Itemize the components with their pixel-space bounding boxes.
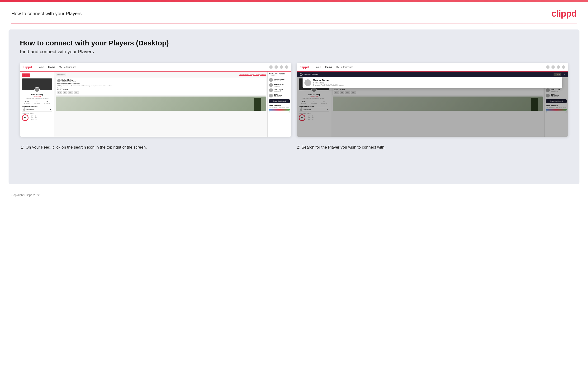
tag-putt: PUTT (74, 91, 79, 94)
profile-icon-2[interactable] (562, 65, 565, 69)
player-item-4: Eli Vincent Activities: 1 (269, 94, 290, 97)
page-title: How to connect with your Players (11, 11, 82, 16)
settings-icon[interactable] (280, 65, 283, 69)
page-header: How to connect with your Players clippd (0, 2, 588, 24)
nav-icons (269, 65, 288, 69)
user-icon[interactable] (274, 65, 278, 69)
close-icon[interactable]: ✕ (563, 73, 565, 76)
clear-button[interactable]: CLEAR (553, 73, 562, 76)
golfer-silhouette-2 (531, 98, 538, 111)
app-body-1: Feed Blair McHarg Golf Coach Mill Ride G… (20, 72, 291, 137)
profile-avatar (35, 87, 40, 92)
tpq-label: Total Player Quality (22, 112, 52, 114)
profile-info: Blair McHarg Golf Coach Mill Ride Golf C… (22, 94, 52, 99)
following-button[interactable]: Following (56, 73, 66, 76)
tag-app-2: APP (340, 91, 344, 94)
caption-1: 1) On your Feed, click on the search ico… (21, 144, 291, 150)
player-name-3: Hiral Pujara (274, 89, 283, 91)
period-label: Last 30 days (269, 75, 290, 77)
search-query-text: Marcus Turner (304, 73, 552, 76)
player-select-avatar-2 (300, 108, 302, 111)
nav-home-2[interactable]: Home (315, 66, 321, 68)
quality-score-2: 84 (299, 114, 305, 121)
dropdown-arrow: ▼ (50, 109, 51, 110)
page-footer: Copyright Clippd 2022 (0, 190, 588, 201)
tpq-label-2: Total Player Quality (299, 112, 329, 114)
nav-my-performance[interactable]: My Performance (59, 66, 76, 68)
tags-row-2: OTT APP ARG PUTT (334, 91, 542, 94)
app-logo-1: clippd (23, 65, 32, 69)
player-select-name: Eli Vincent (26, 109, 34, 110)
activity-avatar (57, 79, 61, 82)
activities-stat: 129 Activities (24, 100, 30, 104)
accent-bar (0, 0, 588, 2)
player-activities-1: Activities: 7 (274, 80, 285, 82)
profile-name-2: Blair McHarg (299, 94, 329, 96)
duration-val-2: 02 hr : 00 min (334, 89, 542, 91)
tag-putt-2: PUTT (351, 91, 356, 94)
nav-home[interactable]: Home (37, 66, 44, 68)
heatmap-period: Player Quality · 20 Round Trend (269, 107, 290, 108)
screenshots-row: clippd Home Teams My Performance (20, 63, 568, 137)
most-active-label: Most Active Players (269, 73, 290, 75)
player-activities-4: Activities: 1 (274, 96, 282, 97)
nav-my-performance-2[interactable]: My Performance (336, 66, 353, 68)
tag-ott-2: OTT (334, 91, 339, 94)
team-dashboard-button[interactable]: Team Dashboard (269, 99, 290, 103)
player-perf-label-2: Player Performance (299, 106, 329, 107)
app-mock-1: clippd Home Teams My Performance (20, 63, 291, 137)
player-select-avatar (23, 108, 26, 111)
activity-image-2 (333, 97, 543, 111)
result-handicap: 1.5 Handicap (313, 82, 344, 84)
search-icon[interactable] (269, 65, 273, 69)
ott-bar: OTT 79 (31, 115, 36, 117)
search-icon-2[interactable] (546, 65, 550, 69)
profile-info-2: Blair McHarg Golf Coach Mill Ride Golf C… (299, 94, 329, 99)
control-link[interactable]: Control who can see your activity and da… (239, 74, 266, 75)
feed-tab[interactable]: Feed (22, 74, 30, 77)
player-avatar-2 (269, 83, 273, 87)
profile-club: Mill Ride Golf Club, United Kingdom (22, 97, 52, 99)
right-panel-1: Most Active Players Last 30 days Richard… (267, 72, 291, 137)
app-nav-1: clippd Home Teams My Performance (20, 63, 291, 72)
player-item-1: Richard Butler Activities: 7 (269, 78, 290, 82)
nav-teams-2[interactable]: Teams (325, 66, 332, 68)
tag-ott: OTT (57, 91, 62, 94)
profile-name: Blair McHarg (22, 94, 52, 96)
user-icon-2[interactable] (552, 65, 555, 69)
clippd-logo: clippd (552, 9, 577, 19)
stats-row: 129 Activities 3 Followers 4 Following (22, 100, 52, 104)
player-name-1: Richard Butler (274, 78, 285, 80)
activity-sub: Yesterday · The Grove (61, 81, 76, 82)
stats-row-2: 129Activities 3Followers 4Following (299, 100, 329, 104)
nav-teams[interactable]: Teams (48, 66, 55, 68)
search-bar: Marcus Turner CLEAR ✕ (297, 72, 568, 77)
search-result-card[interactable]: Marcus Turner 1.5 Handicap Cypress Point… (303, 77, 562, 88)
quality-area: 84 OTT 79 APP 70 (22, 114, 52, 121)
heatmap-scale: -5+5 (269, 111, 290, 113)
tag-app: APP (63, 91, 67, 94)
tags-row: OTT APP ARG PUTT (57, 91, 264, 94)
player-item-3: Hiral Pujara Activities: 3 (269, 88, 290, 92)
activity-card: Richard Butler Yesterday · The Grove Pre… (56, 77, 266, 95)
team-dashboard-btn-2: Team Dashboard (546, 99, 567, 103)
app-logo-2: clippd (300, 65, 309, 69)
app-mock-2: clippd Home Teams My Performance F (297, 63, 568, 137)
app-nav-2: clippd Home Teams My Performance (297, 63, 568, 72)
caption-row: 1) On your Feed, click on the search ico… (20, 144, 568, 150)
profile-icon[interactable] (285, 65, 288, 69)
middle-panel-1: Following Control who can see your activ… (54, 72, 267, 137)
quality-score: 84 (22, 114, 28, 121)
section-subheading: Find and connect with your Players (20, 49, 568, 55)
activity-name: Richard Butler (61, 79, 76, 81)
search-magnifier-icon (300, 73, 303, 76)
player-activities-3: Activities: 3 (274, 91, 283, 92)
activity-image (56, 97, 266, 111)
player-select[interactable]: Eli Vincent ▼ (22, 108, 52, 111)
settings-icon-2[interactable] (557, 65, 560, 69)
duration-label: Duration (57, 87, 264, 89)
screenshot-2: clippd Home Teams My Performance F (297, 63, 568, 137)
player-item-2: Piers Parnell Activities: 4 (269, 83, 290, 87)
profile-role: Golf Coach (22, 96, 52, 97)
section-heading: How to connect with your Players (Deskto… (20, 39, 568, 47)
